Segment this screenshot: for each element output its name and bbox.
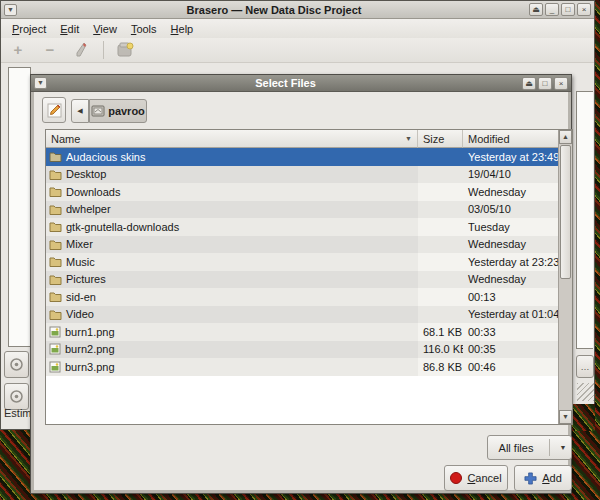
dialog-titlebar[interactable]: ▼ Select Files ⏏ □ × [31, 75, 571, 92]
folder-icon [49, 274, 62, 285]
column-header-name[interactable]: Name ▼ [46, 130, 418, 148]
main-titlebar[interactable]: ▼ Brasero — New Data Disc Project ⏏ _ □ … [1, 1, 594, 19]
file-row[interactable]: burn2.png 116.0 KB 00:35 [46, 341, 558, 359]
dialog-body: ◀ pavroo Name ▼ Size [31, 92, 571, 493]
disc-icon [10, 358, 23, 371]
file-row[interactable]: sid-en 00:13 [46, 288, 558, 306]
disc-icon [10, 390, 23, 403]
scrollbar-thumb[interactable] [560, 145, 571, 279]
image-file-icon [49, 343, 61, 355]
disc-pane-button[interactable] [4, 351, 29, 378]
combo-separator [549, 439, 550, 456]
remove-icon: − [46, 43, 55, 57]
clear-project-button[interactable] [71, 40, 93, 60]
filter-value: All files [488, 442, 544, 454]
file-row[interactable]: dwhelper 03/05/10 [46, 201, 558, 219]
eraser-icon [74, 42, 90, 58]
image-file-icon [49, 326, 61, 338]
file-rows: Audacious skins Yesterday at 23:49 Deskt… [46, 148, 558, 424]
folder-icon [49, 169, 62, 180]
folder-icon [49, 204, 62, 215]
file-row[interactable]: Video Yesterday at 01:04 [46, 306, 558, 324]
folder-icon [49, 151, 62, 162]
dialog-maximize-icon[interactable]: □ [538, 77, 552, 90]
file-row[interactable]: Mixer Wednesday [46, 236, 558, 254]
status-estimated-size: Estim [4, 407, 31, 419]
folder-icon [49, 256, 62, 267]
menu-help[interactable]: Help [164, 21, 201, 37]
file-row[interactable]: Music Yesterday at 23:23 [46, 253, 558, 271]
menubar: Project Edit View Tools Help [1, 19, 594, 38]
window-menu-icon[interactable]: ▼ [4, 4, 17, 16]
shade-icon[interactable]: ⏏ [529, 3, 543, 16]
file-pane-fragment [576, 91, 593, 349]
vertical-scrollbar[interactable]: ▲ ▼ [558, 130, 572, 424]
overflow-button[interactable]: … [576, 355, 594, 378]
file-row[interactable]: Audacious skins Yesterday at 23:49 [46, 148, 558, 166]
file-row[interactable]: burn1.png 68.1 KB 00:33 [46, 323, 558, 341]
burn-icon [117, 42, 134, 58]
desktop-wallpaper-patch [572, 404, 595, 431]
resize-grip[interactable] [577, 383, 594, 401]
folder-icon [49, 309, 62, 320]
minimize-icon[interactable]: _ [545, 3, 559, 16]
select-files-dialog: ▼ Select Files ⏏ □ × ◀ [30, 74, 572, 494]
close-icon[interactable]: × [577, 3, 591, 16]
folder-icon [49, 221, 62, 232]
add-file-button[interactable]: + [7, 40, 29, 60]
menu-edit[interactable]: Edit [53, 21, 86, 37]
burn-button[interactable] [114, 40, 136, 60]
folder-icon [49, 186, 62, 197]
menu-tools[interactable]: Tools [124, 21, 164, 37]
file-list-main: Name ▼ Size Modified Audacious skins Yes… [46, 130, 558, 424]
list-header: Name ▼ Size Modified [46, 130, 558, 148]
add-plus-icon [524, 472, 537, 485]
pencil-icon [47, 103, 62, 118]
file-row[interactable]: gtk-gnutella-downloads Tuesday [46, 218, 558, 236]
file-list: Name ▼ Size Modified Audacious skins Yes… [45, 129, 573, 425]
dialog-close-icon[interactable]: × [554, 77, 568, 90]
scroll-up-icon[interactable]: ▲ [559, 130, 572, 144]
cancel-icon [450, 472, 462, 484]
main-window-title: Brasero — New Data Disc Project [21, 4, 527, 16]
location-label: pavroo [108, 105, 145, 117]
add-icon: + [14, 43, 23, 57]
disc-pane-button-2[interactable] [4, 383, 29, 410]
dialog-title: Select Files [51, 77, 520, 89]
toolbar-separator [103, 41, 104, 59]
back-icon: ◀ [77, 107, 82, 115]
chevron-down-icon: ▼ [555, 444, 571, 451]
image-file-icon [49, 361, 61, 373]
folder-icon [49, 239, 62, 250]
scrollbar-trough[interactable] [559, 280, 572, 410]
remove-file-button[interactable]: − [39, 40, 61, 60]
sort-arrow-icon: ▼ [405, 135, 412, 142]
column-header-size[interactable]: Size [418, 130, 463, 148]
file-row[interactable]: burn3.png 86.8 KB 00:46 [46, 358, 558, 376]
path-back-button[interactable]: ◀ [71, 99, 89, 123]
scroll-down-icon[interactable]: ▼ [559, 410, 572, 424]
type-filename-button[interactable] [42, 97, 66, 123]
add-button[interactable]: Add [514, 465, 572, 491]
dialog-window-menu-icon[interactable]: ▼ [34, 77, 47, 89]
maximize-icon[interactable]: □ [561, 3, 575, 16]
project-pane-fragment [8, 67, 31, 347]
location-pavroo-button[interactable]: pavroo [89, 99, 147, 123]
file-row[interactable]: Downloads Wednesday [46, 183, 558, 201]
cancel-button[interactable]: Cancel [444, 465, 508, 491]
name-header-label: Name [51, 133, 80, 145]
column-header-modified[interactable]: Modified [463, 130, 558, 148]
cancel-label: Cancel [467, 472, 501, 484]
screen: ▼ Brasero — New Data Disc Project ⏏ _ □ … [0, 0, 600, 500]
folder-icon [49, 291, 62, 302]
add-label: Add [542, 472, 562, 484]
menu-project[interactable]: Project [5, 21, 53, 37]
toolbar: + − [1, 38, 594, 63]
menu-view[interactable]: View [86, 21, 124, 37]
home-folder-icon [91, 105, 105, 117]
file-row[interactable]: Pictures Wednesday [46, 271, 558, 289]
dialog-shade-icon[interactable]: ⏏ [522, 77, 536, 90]
file-row[interactable]: Desktop 19/04/10 [46, 166, 558, 184]
file-filter-combo[interactable]: All files ▼ [487, 435, 572, 460]
